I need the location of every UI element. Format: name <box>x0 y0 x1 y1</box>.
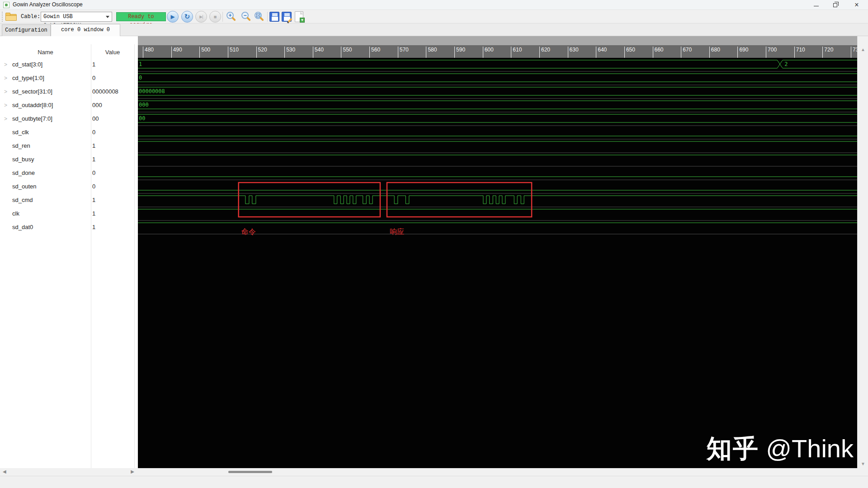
signal-value: 0 <box>92 166 95 180</box>
watermark: 知乎 @Think <box>707 432 854 466</box>
svg-text:2: 2 <box>784 61 788 67</box>
start-capture-button[interactable]: ▶ <box>167 11 179 23</box>
expander-icon[interactable]: > <box>4 58 7 71</box>
signal-value: 00000008 <box>92 85 118 99</box>
table-row[interactable]: sd_dat01 <box>0 221 138 234</box>
table-header: Name Value <box>0 47 138 58</box>
ruler-tick: 590 <box>454 47 465 58</box>
save-as-icon <box>284 13 290 16</box>
table-row[interactable]: >cd_type[1:0]0 <box>0 71 138 85</box>
waveform-canvas[interactable]: 1200000000800000命令响应 <box>138 58 857 468</box>
scroll-down-icon[interactable]: ▼ <box>858 461 868 466</box>
toolbar-separator <box>222 12 223 22</box>
expander-icon[interactable]: > <box>4 112 7 126</box>
table-row[interactable]: >sd_outaddr[8:0]000 <box>0 99 138 112</box>
table-row[interactable]: sd_cmd1 <box>0 193 138 207</box>
annotation-box <box>387 183 532 217</box>
table-row[interactable]: sd_clk0 <box>0 126 138 139</box>
table-row[interactable]: sd_busy1 <box>0 153 138 166</box>
toolbar: Cable: Gowin USB Cable(FT2CH) Ready to a… <box>0 10 868 23</box>
app-icon <box>3 2 9 8</box>
ruler-tick: 700 <box>766 47 777 58</box>
signal-value: 000 <box>92 99 102 112</box>
minimize-button[interactable] <box>807 0 826 10</box>
tab-core0-window0[interactable]: core 0 window 0 <box>51 24 120 36</box>
ruler-tick: 480 <box>143 47 154 58</box>
toolbar-grip <box>2 12 3 22</box>
toolbar-separator <box>267 12 268 22</box>
cable-label: Cable: <box>21 10 40 23</box>
save-as-button[interactable] <box>282 12 292 22</box>
column-name: Name <box>0 47 91 58</box>
signal-name: sd_outbyte[7:0] <box>12 112 52 126</box>
ruler-tick: 500 <box>199 47 210 58</box>
waveform-horizontal-scrollbar[interactable] <box>138 468 868 476</box>
zoom-out-button[interactable]: − <box>241 11 252 22</box>
svg-text:000: 000 <box>139 102 149 108</box>
scroll-right-icon[interactable]: ▶ <box>131 469 134 474</box>
annotation-label: 响应 <box>390 228 404 235</box>
acquire-status-button[interactable]: Ready to acquire <box>116 12 166 21</box>
gowin-analyzer-window: Gowin Analyzer Oscilloscope × Cable: Gow… <box>0 0 868 488</box>
ruler-tick: 540 <box>313 47 324 58</box>
table-row[interactable]: >sd_outbyte[7:0]00 <box>0 112 138 126</box>
expander-icon[interactable]: > <box>4 85 7 99</box>
signal-name: cd_stat[3:0] <box>12 58 42 71</box>
ruler-tick: 680 <box>709 47 720 58</box>
signal-name: sd_outaddr[8:0] <box>12 99 53 112</box>
zoom-in-button[interactable]: + <box>226 11 237 22</box>
ruler-tick: 660 <box>653 47 664 58</box>
table-row[interactable]: >cd_stat[3:0]1 <box>0 58 138 71</box>
close-button[interactable]: × <box>847 0 866 10</box>
table-row[interactable]: sd_outen0 <box>0 180 138 193</box>
tab-configuration[interactable]: Configuration <box>2 24 51 36</box>
signal-name: sd_ren <box>12 139 30 153</box>
time-ruler[interactable]: 4804905005105205305405505605705805906006… <box>138 45 857 58</box>
ruler-tick: 570 <box>398 47 409 58</box>
waveform-row-cd_stat[3:0]: 12 <box>138 60 857 68</box>
waveform-row-cd_type[1:0]: 0 <box>138 74 857 82</box>
table-horizontal-scrollbar[interactable]: ◀ ▶ <box>0 468 138 476</box>
signal-name: sd_dat0 <box>12 221 33 234</box>
waveform-row-sd_outbyte[7:0]: 00 <box>138 114 857 122</box>
signal-name: clk <box>12 207 19 221</box>
signal-value: 00 <box>92 112 99 126</box>
cable-select[interactable]: Gowin USB Cable(FT2CH) <box>41 12 112 22</box>
save-button[interactable] <box>269 12 279 22</box>
restore-button[interactable] <box>826 0 845 10</box>
table-row[interactable]: clk1 <box>0 207 138 221</box>
expander-icon[interactable]: > <box>4 99 7 112</box>
ruler-tick: 640 <box>596 47 607 58</box>
svg-text:00000008: 00000008 <box>139 88 165 94</box>
scroll-up-icon[interactable]: ▲ <box>858 47 868 52</box>
ruler-tick: 530 <box>284 47 295 58</box>
signal-table-panel: Name Value >cd_stat[3:0]1>cd_type[1:0]0>… <box>0 36 138 468</box>
ruler-tick: 610 <box>511 47 522 58</box>
waveform-panel[interactable]: 4804905005105205305405505605705805906006… <box>138 36 857 468</box>
signal-value: 0 <box>92 180 95 193</box>
scroll-left-icon[interactable]: ◀ <box>3 469 6 474</box>
tab-bar: Configuration core 0 window 0 <box>0 23 868 36</box>
table-row[interactable]: sd_done0 <box>0 166 138 180</box>
ruler-tick: 620 <box>539 47 550 58</box>
signal-rows: >cd_stat[3:0]1>cd_type[1:0]0>sd_sector[3… <box>0 58 138 234</box>
annotation-label: 命令 <box>241 228 256 235</box>
open-file-button[interactable] <box>5 13 17 21</box>
ruler-tick: 690 <box>737 47 748 58</box>
signal-value: 0 <box>92 71 95 85</box>
restart-capture-button[interactable]: ↻ <box>181 11 193 23</box>
vertical-scrollbar[interactable]: ▲ ▼ <box>857 36 868 468</box>
signal-value: 1 <box>92 193 95 207</box>
table-row[interactable]: >sd_sector[31:0]00000008 <box>0 85 138 99</box>
table-row[interactable]: sd_ren1 <box>0 139 138 153</box>
export-button[interactable]: ▼ <box>295 11 303 22</box>
ruler-tick: 490 <box>171 47 182 58</box>
scrollbar-thumb[interactable] <box>228 471 272 473</box>
stop-capture-button[interactable]: ■ <box>209 11 221 23</box>
signal-value: 1 <box>92 207 95 221</box>
step-capture-button[interactable]: ▶| <box>195 11 207 23</box>
expander-icon[interactable]: > <box>4 71 7 85</box>
page-icon <box>300 12 303 14</box>
ruler-tick: 600 <box>483 47 494 58</box>
zoom-fit-button[interactable]: ⊡ <box>254 11 265 22</box>
